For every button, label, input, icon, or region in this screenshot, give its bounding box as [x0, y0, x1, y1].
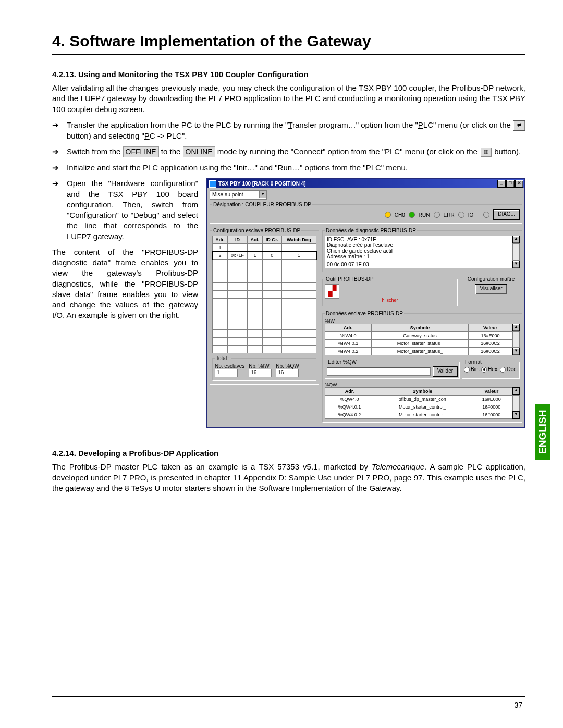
- left-paragraph: The content of the "PROFIBUS-DP diagnost…: [52, 247, 198, 321]
- outil-group: Outil PROFIBUS-DP ▞ hilscher: [322, 276, 458, 306]
- intro-paragraph: After validating all the changes previou…: [52, 83, 525, 115]
- debug-dialog: TSX PBY 100 [RACK 0 POSITION 4] _ □ ✕ ▾: [206, 178, 525, 428]
- chapter-rule: [52, 54, 525, 55]
- dialog-title: TSX PBY 100 [RACK 0 POSITION 4]: [218, 181, 306, 187]
- radio-bin[interactable]: [464, 367, 470, 373]
- led-diag: [483, 212, 489, 218]
- minimize-button[interactable]: _: [497, 180, 506, 188]
- scroll-down-icon[interactable]: ▼: [512, 261, 520, 268]
- iw-table[interactable]: Adr.SymboleValeur %IW4.0Gateway_status16…: [325, 324, 512, 355]
- totals-slaves: 1: [215, 369, 238, 377]
- editer-group: Editer %QW Valider: [325, 359, 460, 379]
- section-4-2-14-title: 4.2.14. Developing a Profibus-DP Applica…: [52, 449, 525, 458]
- chapter-title: 4. Software Implementation of the Gatewa…: [52, 32, 525, 50]
- hilscher-icon[interactable]: ▞: [325, 284, 339, 299]
- radio-hex[interactable]: [481, 367, 487, 373]
- mode-combo[interactable]: ▾: [210, 190, 267, 200]
- bullet-switch-mode: Switch from the OFFLINE to the ONLINE mo…: [52, 146, 525, 157]
- dialog-titlebar[interactable]: TSX PBY 100 [RACK 0 POSITION 4] _ □ ✕: [207, 179, 524, 188]
- totals-iw: 16: [249, 369, 272, 377]
- config-maitre-group: Configuration maître Visualiser: [460, 276, 522, 306]
- led-ch0: [385, 212, 391, 218]
- editer-input[interactable]: [327, 367, 431, 376]
- footer-rule: [52, 696, 525, 697]
- led-io: [458, 212, 464, 218]
- valider-button[interactable]: Valider: [433, 366, 458, 377]
- slave-config-group: Configuration esclave PROFIBUS-DP Adr.ID…: [210, 228, 319, 385]
- chevron-down-icon[interactable]: ▾: [259, 191, 266, 198]
- scroll-up-icon[interactable]: ▲: [512, 236, 520, 243]
- radio-dec[interactable]: [500, 367, 506, 373]
- format-group: Format Bin. Hex. Déc.: [462, 359, 520, 379]
- bullet-open-hardware: Open the "Hardware configuration" and th…: [52, 178, 198, 242]
- section-4-2-14-para: The Profibus-DP master PLC taken as an e…: [52, 462, 525, 493]
- online-label: ONLINE: [183, 146, 215, 157]
- diag-scrollbar[interactable]: ▲ ▼: [512, 236, 520, 268]
- mode-combo-value[interactable]: [210, 191, 259, 198]
- bullet-transfer: Transfer the application from the PC to …: [52, 120, 525, 141]
- maximize-button[interactable]: □: [506, 180, 515, 188]
- designation-label: Désignation : COUPLEUR PROFIBUS-DP: [212, 202, 312, 207]
- qw-table[interactable]: Adr.SymboleValeur %QW4.0ofibus_dp_master…: [325, 387, 512, 419]
- totals-group: Total : Nb. esclaves 1 Nb. %IW: [212, 355, 316, 381]
- qw-scrollbar[interactable]: ▲▼: [512, 387, 520, 419]
- slave-data-group: Données esclave PROFIBUS-DP %IW Adr.Symb…: [322, 311, 522, 423]
- diag-button[interactable]: DIAG...: [493, 209, 520, 220]
- transfer-icon: ⇄: [513, 120, 525, 131]
- language-tab: ENGLISH: [535, 404, 550, 460]
- page-number: 37: [514, 701, 522, 709]
- bullet-init-run: Initialize and start the PLC application…: [52, 163, 525, 173]
- slave-config-table[interactable]: Adr.IDAct.ID Gr.Watch Dog 1 20x71F101: [212, 236, 316, 353]
- led-run: [409, 212, 415, 218]
- diag-data-group: Données de diagnostic PROFIBUS-DP ID ESC…: [322, 228, 522, 272]
- visualiser-button[interactable]: Visualiser: [475, 284, 507, 294]
- iw-scrollbar[interactable]: ▲▼: [512, 324, 520, 355]
- led-err: [434, 212, 440, 218]
- close-button[interactable]: ✕: [515, 180, 523, 188]
- app-icon: [209, 180, 216, 188]
- designation-group: Désignation : COUPLEUR PROFIBUS-DP CH0 R…: [210, 202, 522, 224]
- offline-label: OFFLINE: [123, 146, 159, 157]
- connect-icon: ▥: [480, 147, 492, 157]
- section-4-2-13-title: 4.2.13. Using and Monitoring the TSX PBY…: [52, 70, 525, 79]
- totals-qw: 16: [276, 369, 299, 377]
